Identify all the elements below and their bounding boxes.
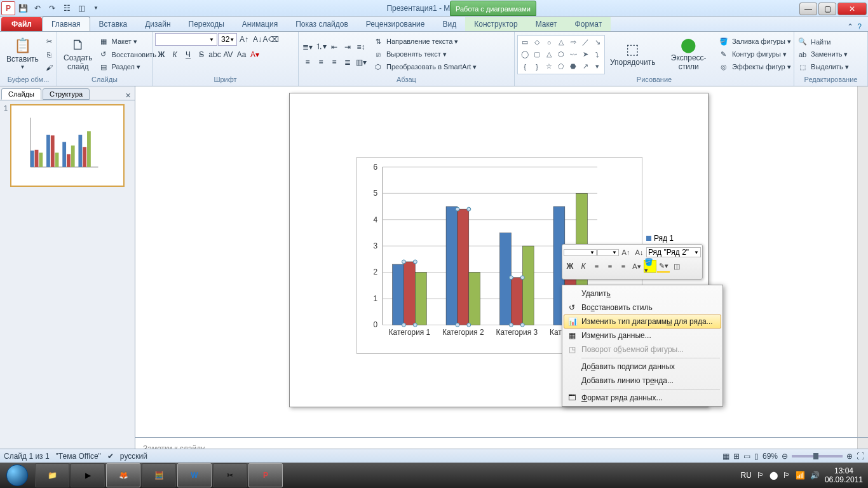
- section-button[interactable]: ▤Раздел ▾: [98, 62, 156, 73]
- reset-button[interactable]: ↺Восстановить: [98, 49, 156, 60]
- clear-format-icon[interactable]: A⌫: [264, 33, 277, 46]
- start-button[interactable]: [0, 463, 34, 488]
- convert-smartart-button[interactable]: ⬡Преобразовать в SmartArt ▾: [372, 62, 477, 73]
- undo-icon[interactable]: ↶: [31, 1, 44, 15]
- font-name-combo[interactable]: ▼: [155, 33, 217, 46]
- tab-insert[interactable]: Вставка: [90, 17, 137, 31]
- spacing-button[interactable]: AV: [222, 48, 234, 61]
- mini-fill-icon[interactable]: 🪣▾: [644, 260, 656, 273]
- mini-font-color-icon[interactable]: A▾: [630, 260, 643, 273]
- mini-italic-button[interactable]: К: [577, 260, 590, 273]
- mini-outline-icon[interactable]: ✎▾: [657, 260, 670, 273]
- tray-app-icon[interactable]: ⬤: [770, 471, 778, 480]
- replace-button[interactable]: abЗаменить ▾: [797, 49, 849, 60]
- shrink-font-icon[interactable]: A↓: [251, 33, 264, 46]
- zoom-level[interactable]: 69%: [763, 452, 778, 461]
- qat-btn-icon[interactable]: ☷: [60, 1, 74, 15]
- line-spacing-icon[interactable]: ≡↕: [355, 41, 367, 53]
- format-painter-icon[interactable]: 🖌: [44, 62, 55, 73]
- status-lang[interactable]: русский: [120, 452, 147, 461]
- text-direction-button[interactable]: ⇅Направление текста ▾: [372, 36, 477, 48]
- context-menu-item[interactable]: ◳Поворот объемной фигуры...: [564, 342, 721, 356]
- numbering-icon[interactable]: ⒈▾: [315, 41, 327, 53]
- bullets-icon[interactable]: ≣▾: [301, 41, 314, 53]
- task-calc[interactable]: 🧮: [142, 463, 176, 487]
- tab-chart-layout[interactable]: Макет: [527, 17, 566, 31]
- vertical-scrollbar[interactable]: [857, 86, 868, 437]
- tray-clock[interactable]: 13:04 06.09.2011: [825, 466, 863, 485]
- outline-tab[interactable]: Структура: [43, 88, 90, 100]
- align-right-icon[interactable]: ≡: [328, 56, 341, 69]
- align-left-icon[interactable]: ≡: [301, 56, 314, 69]
- task-powerpoint[interactable]: P: [248, 463, 283, 487]
- view-normal-icon[interactable]: ▦: [722, 452, 729, 461]
- close-button[interactable]: ✕: [837, 3, 867, 15]
- help-icon[interactable]: ?: [857, 22, 862, 31]
- qat-btn2-icon[interactable]: ◫: [74, 1, 88, 15]
- cut-icon[interactable]: ✂: [44, 36, 55, 48]
- slide-thumbnail[interactable]: 1: [4, 104, 131, 187]
- tab-chart-design[interactable]: Конструктор: [465, 17, 526, 31]
- find-button[interactable]: 🔍Найти: [797, 36, 849, 48]
- tab-slideshow[interactable]: Показ слайдов: [287, 17, 357, 31]
- view-sorter-icon[interactable]: ⊞: [733, 452, 740, 461]
- zoom-out-icon[interactable]: ⊖: [782, 452, 788, 461]
- redo-icon[interactable]: ↷: [45, 1, 59, 15]
- tab-design[interactable]: Дизайн: [136, 17, 179, 31]
- layout-button[interactable]: ▦Макет ▾: [98, 36, 156, 48]
- task-snip[interactable]: ✂: [213, 463, 247, 487]
- grow-font-icon[interactable]: A↑: [238, 33, 250, 46]
- mini-size-combo[interactable]: ▼: [597, 249, 619, 256]
- tray-network-icon[interactable]: 📶: [796, 471, 805, 480]
- tab-view[interactable]: Вид: [434, 17, 466, 31]
- tab-review[interactable]: Рецензирование: [357, 17, 434, 31]
- mini-grow-icon[interactable]: A↑: [620, 246, 632, 259]
- mini-series-combo[interactable]: Ряд "Ряд 2"▼: [646, 247, 701, 257]
- new-slide-button[interactable]: 🗋Создать слайд: [60, 36, 97, 72]
- context-menu-item[interactable]: Добавить подписи данных: [564, 360, 721, 374]
- strike-button[interactable]: S: [195, 48, 208, 61]
- mini-align-center-icon[interactable]: ≡: [604, 260, 616, 273]
- tab-transitions[interactable]: Переходы: [180, 17, 233, 31]
- paste-button[interactable]: 📋Вставить▼: [3, 37, 43, 71]
- font-size-combo[interactable]: 32▼: [218, 33, 237, 46]
- fit-slide-icon[interactable]: ⛶: [857, 452, 864, 461]
- shape-outline-button[interactable]: ✎Контур фигуры ▾: [718, 49, 791, 60]
- mini-bold-button[interactable]: Ж: [564, 260, 576, 273]
- shadow-button[interactable]: abc: [208, 48, 221, 61]
- copy-icon[interactable]: ⎘: [44, 49, 55, 60]
- mini-font-combo[interactable]: ▼: [564, 249, 597, 256]
- tab-animations[interactable]: Анимация: [233, 17, 287, 31]
- columns-icon[interactable]: ▥▾: [355, 56, 367, 69]
- task-firefox[interactable]: 🦊: [106, 463, 140, 487]
- mini-align-left-icon[interactable]: ≡: [590, 260, 603, 273]
- view-reading-icon[interactable]: ▭: [743, 452, 750, 461]
- tray-lang[interactable]: RU: [741, 471, 752, 480]
- tab-home[interactable]: Главная: [42, 17, 90, 31]
- context-menu-item[interactable]: 🗔Формат ряда данных...: [564, 391, 721, 405]
- save-icon[interactable]: 💾: [16, 1, 30, 15]
- panel-close-icon[interactable]: ✕: [125, 92, 131, 100]
- maximize-button[interactable]: ▢: [818, 3, 836, 15]
- bold-button[interactable]: Ж: [155, 48, 168, 61]
- minimize-button[interactable]: —: [799, 3, 817, 15]
- font-color-button[interactable]: A▾: [248, 48, 261, 61]
- tray-flag-icon[interactable]: 🏳: [757, 471, 764, 480]
- spellcheck-icon[interactable]: ✔: [107, 452, 114, 461]
- task-media[interactable]: ▶: [71, 463, 105, 487]
- tab-chart-format[interactable]: Формат: [566, 17, 611, 31]
- align-center-icon[interactable]: ≡: [315, 56, 327, 69]
- task-word[interactable]: W: [177, 463, 212, 487]
- justify-icon[interactable]: ≣: [341, 56, 354, 69]
- zoom-in-icon[interactable]: ⊕: [846, 452, 853, 461]
- context-menu-item[interactable]: Удалить: [564, 287, 721, 301]
- context-menu-item[interactable]: Добавить линию тренда...: [564, 374, 721, 388]
- context-menu-item[interactable]: ▦Изменить данные...: [564, 329, 721, 342]
- qat-more-icon[interactable]: ▼: [89, 1, 103, 15]
- tray-volume-icon[interactable]: 🔊: [810, 471, 820, 480]
- italic-button[interactable]: К: [168, 48, 181, 61]
- mini-format-icon[interactable]: ◫: [670, 260, 683, 273]
- view-slideshow-icon[interactable]: ▯: [754, 452, 759, 461]
- arrange-button[interactable]: ⬚Упорядочить: [606, 41, 659, 68]
- case-button[interactable]: Aa: [235, 48, 248, 61]
